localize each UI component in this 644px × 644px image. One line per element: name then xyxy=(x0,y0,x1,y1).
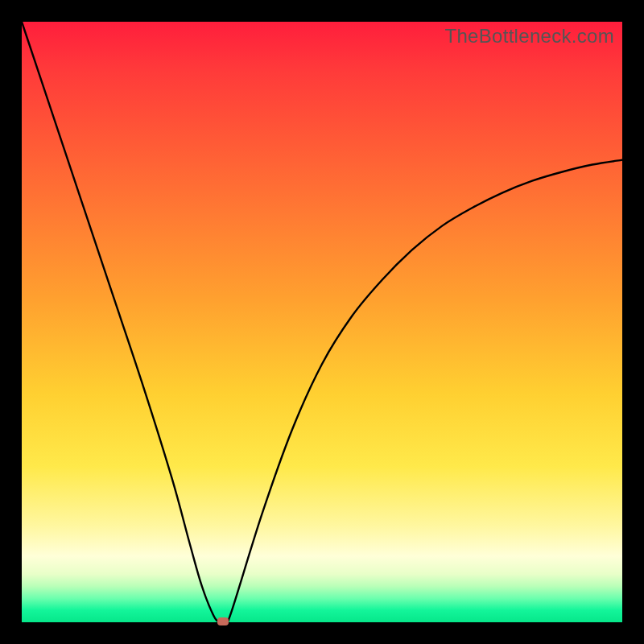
bottleneck-curve xyxy=(22,22,622,622)
optimal-marker xyxy=(217,617,229,625)
plot-area: TheBottleneck.com xyxy=(22,22,622,622)
chart-frame: TheBottleneck.com xyxy=(0,0,644,644)
curve-path xyxy=(22,22,622,623)
